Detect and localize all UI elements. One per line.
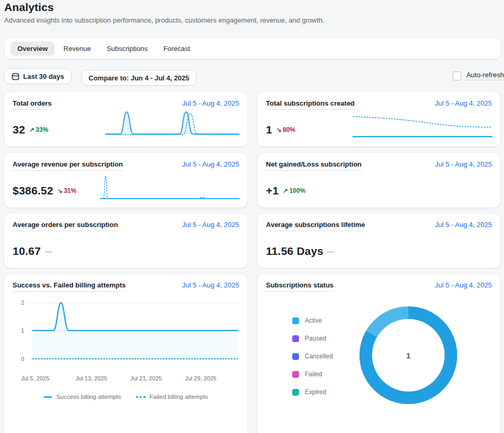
billing-plot-area xyxy=(28,299,239,367)
net-gained-title[interactable]: Net gained/Loss subscription xyxy=(266,160,362,171)
date-range-label: Last 30 days xyxy=(23,73,64,80)
paused-swatch-icon xyxy=(292,335,299,342)
avg-revenue-value: $386.52 xyxy=(13,184,53,197)
y-tick: 0 xyxy=(16,355,24,363)
total-orders-card: Total orders Jul 5 - Aug 4, 2025 32 ↗ 33… xyxy=(4,92,248,147)
avg-orders-value: 10.67 xyxy=(13,245,41,257)
x-tick: Jul 29, 2025 xyxy=(185,375,217,382)
subscriptions-created-value: 1 xyxy=(266,123,272,136)
page-title: Analytics xyxy=(4,1,324,14)
tab-forecast[interactable]: Forecast xyxy=(157,42,197,56)
status-legend: Active Paused Cancelled Failed Expired xyxy=(292,317,333,396)
avg-revenue-delta: ↘ 31% xyxy=(57,187,76,194)
avg-lifetime-date: Jul 5 - Aug 4, 2025 xyxy=(435,221,492,229)
avg-lifetime-title[interactable]: Average subscriptions lifetime xyxy=(266,221,365,231)
tab-subscriptions[interactable]: Subscriptions xyxy=(100,42,155,56)
page-subtitle: Advanced insights into subscription perf… xyxy=(4,16,324,24)
total-orders-sparkline xyxy=(105,109,240,139)
calendar-icon xyxy=(12,73,19,80)
avg-revenue-title[interactable]: Average revenue per subscription xyxy=(13,160,123,171)
x-tick: Jul 13, 2025 xyxy=(76,375,107,382)
filter-row: Last 30 days Compare to: Jun 4 - Jul 4, … xyxy=(4,68,504,84)
donut-hole: 1 xyxy=(372,319,445,391)
total-orders-delta: ↗ 33% xyxy=(29,126,48,133)
avg-lifetime-card: Average subscriptions lifetime Jul 5 - A… xyxy=(258,213,500,268)
net-gained-date: Jul 5 - Aug 4, 2025 xyxy=(435,160,492,168)
net-gained-delta: ↗ 100% xyxy=(283,187,305,194)
compare-label: Compare to: Jun 4 - Jul 4, 2025 xyxy=(89,74,189,82)
subscriptions-status-card: Subscriptions status Jul 5 - Aug 4, 2025… xyxy=(258,274,500,433)
net-gained-card: Net gained/Loss subscription Jul 5 - Aug… xyxy=(258,153,500,208)
trend-up-icon: ↗ xyxy=(283,187,288,194)
total-orders-date: Jul 5 - Aug 4, 2025 xyxy=(182,99,239,107)
avg-orders-date: Jul 5 - Aug 4, 2025 xyxy=(182,221,239,229)
donut-center-value: 1 xyxy=(406,351,410,360)
net-gained-value: +1 xyxy=(266,184,279,197)
trend-down-icon: ↘ xyxy=(57,187,63,194)
legend-cancelled[interactable]: Cancelled xyxy=(292,353,333,360)
tab-bar: Overview Revenue Subscriptions Forecast xyxy=(4,38,501,59)
billing-attempts-title[interactable]: Success vs. Failed billing attempts xyxy=(13,281,126,292)
avg-revenue-card: Average revenue per subscription Jul 5 -… xyxy=(4,153,248,208)
page-header: Analytics Advanced insights into subscri… xyxy=(4,1,324,24)
subscriptions-status-date: Jul 5 - Aug 4, 2025 xyxy=(435,281,492,289)
dotted-line-icon xyxy=(136,396,146,398)
billing-attempts-card: Success vs. Failed billing attempts Jul … xyxy=(4,274,248,433)
legend-success-billing[interactable]: Success billing attempts xyxy=(44,394,121,400)
subscriptions-created-title[interactable]: Total subscriptions created xyxy=(266,99,355,110)
tab-revenue[interactable]: Revenue xyxy=(57,42,98,56)
subscriptions-status-title[interactable]: Subscriptions status xyxy=(266,281,334,292)
auto-refresh-control: Auto-refresh xyxy=(452,71,504,80)
trend-up-icon: ↗ xyxy=(29,126,35,133)
auto-refresh-checkbox[interactable] xyxy=(452,71,461,80)
y-tick: 2 xyxy=(16,299,24,306)
trend-down-icon: ↘ xyxy=(276,126,282,133)
billing-attempts-chart: 2 1 0 Jul 5, 2025 Jul 13, 2025 Jul 21, 2… xyxy=(13,299,239,377)
solid-line-icon xyxy=(44,396,52,398)
avg-orders-card: Average orders per subscription Jul 5 - … xyxy=(4,213,248,268)
date-range-button[interactable]: Last 30 days xyxy=(4,68,71,84)
legend-expired[interactable]: Expired xyxy=(292,388,333,396)
x-tick: Jul 5, 2025 xyxy=(21,375,49,382)
subscriptions-created-delta: ↘ 80% xyxy=(276,126,295,133)
subscriptions-created-card: Total subscriptions created Jul 5 - Aug … xyxy=(258,92,500,147)
x-tick: Jul 21, 2025 xyxy=(130,375,162,382)
subscriptions-created-sparkline xyxy=(352,113,493,140)
subscriptions-created-date: Jul 5 - Aug 4, 2025 xyxy=(435,99,492,107)
total-orders-title[interactable]: Total orders xyxy=(13,99,52,110)
total-orders-value: 32 xyxy=(13,123,25,136)
avg-lifetime-delta: — xyxy=(327,248,334,255)
expired-swatch-icon xyxy=(292,389,299,396)
y-tick: 1 xyxy=(16,327,24,334)
cancelled-swatch-icon xyxy=(292,353,299,360)
avg-orders-title[interactable]: Average orders per subscription xyxy=(13,221,118,231)
active-swatch-icon xyxy=(292,317,299,324)
legend-failed-billing[interactable]: Failed billing attempts xyxy=(136,394,208,400)
legend-active[interactable]: Active xyxy=(292,317,333,324)
avg-lifetime-value: 11.56 Days xyxy=(266,245,323,257)
tab-overview[interactable]: Overview xyxy=(11,42,55,56)
auto-refresh-label[interactable]: Auto-refresh xyxy=(466,71,504,80)
billing-attempts-date: Jul 5 - Aug 4, 2025 xyxy=(182,281,239,289)
compare-button[interactable]: Compare to: Jun 4 - Jul 4, 2025 xyxy=(81,70,197,86)
avg-orders-delta: — xyxy=(45,248,52,255)
avg-revenue-date: Jul 5 - Aug 4, 2025 xyxy=(182,160,239,168)
avg-revenue-sparkline xyxy=(99,174,240,201)
legend-failed[interactable]: Failed xyxy=(292,370,333,378)
failed-swatch-icon xyxy=(292,371,299,378)
subscriptions-status-donut[interactable]: 1 xyxy=(359,306,457,404)
legend-paused[interactable]: Paused xyxy=(292,335,333,342)
